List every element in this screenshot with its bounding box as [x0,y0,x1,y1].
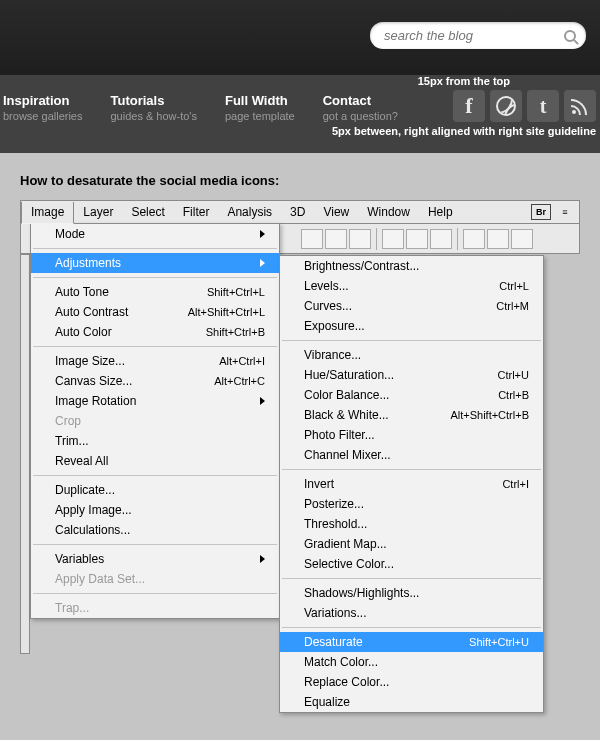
menu-item-label: Apply Data Set... [55,572,265,586]
nav-title: Inspiration [3,93,82,108]
menu-item-shortcut: Shift+Ctrl+L [207,286,265,298]
menu-item-shortcut: Ctrl+U [498,369,529,381]
menu-separator [282,340,541,341]
menu-item[interactable]: Auto ContrastAlt+Shift+Ctrl+L [31,302,279,322]
nav-title: Tutorials [110,93,196,108]
menu-item-shortcut: Ctrl+L [499,280,529,292]
menu-item[interactable]: Auto ToneShift+Ctrl+L [31,282,279,302]
nav-full-width[interactable]: Full Width page template [225,93,295,122]
menu-item[interactable]: Gradient Map... [280,534,543,554]
distribute-icon[interactable] [511,229,533,249]
align-icon[interactable] [325,229,347,249]
facebook-icon[interactable]: f [453,90,485,122]
menubar-filter[interactable]: Filter [174,201,219,223]
menu-item[interactable]: Variations... [280,603,543,623]
menu-item[interactable]: Replace Color... [280,672,543,692]
menu-item[interactable]: Mode [31,224,279,244]
menu-item-label: Posterize... [304,497,529,511]
menu-item[interactable]: Auto ColorShift+Ctrl+B [31,322,279,342]
menu-item-label: Invert [304,477,502,491]
menubar-label: Filter [183,205,210,219]
menubar-help[interactable]: Help [419,201,462,223]
menu-item-shortcut: Alt+Shift+Ctrl+L [188,306,265,318]
menu-item[interactable]: Selective Color... [280,554,543,574]
menu-item[interactable]: Apply Image... [31,500,279,520]
menu-separator [282,578,541,579]
left-panel-sliver [20,254,30,654]
social-icons: f t [332,87,596,125]
menu-item-label: Brightness/Contrast... [304,259,529,273]
distribute-icon[interactable] [463,229,485,249]
menubar-select[interactable]: Select [122,201,173,223]
menu-item[interactable]: Variables [31,549,279,569]
bridge-icon[interactable]: Br [531,204,551,220]
menu-item[interactable]: Hue/Saturation...Ctrl+U [280,365,543,385]
menu-item-label: Equalize [304,695,529,709]
menu-item-label: Trap... [55,601,265,615]
menubar-view[interactable]: View [314,201,358,223]
menu-item[interactable]: Curves...Ctrl+M [280,296,543,316]
menu-item[interactable]: Canvas Size...Alt+Ctrl+C [31,371,279,391]
search-input[interactable] [382,27,564,44]
menu-item[interactable]: Trim... [31,431,279,451]
menu-extra-icon[interactable]: ≡ [559,204,571,220]
menu-item[interactable]: Threshold... [280,514,543,534]
menu-item-label: Image Rotation [55,394,254,408]
menu-item[interactable]: Calculations... [31,520,279,540]
nav-inspiration[interactable]: Inspiration browse galleries [3,93,82,122]
menu-item[interactable]: Duplicate... [31,480,279,500]
menu-item[interactable]: Photo Filter... [280,425,543,445]
menu-separator [33,593,277,594]
align-icon[interactable] [430,229,452,249]
menu-item-label: Hue/Saturation... [304,368,498,382]
menu-item[interactable]: Image Size...Alt+Ctrl+I [31,351,279,371]
menu-item[interactable]: Reveal All [31,451,279,471]
menu-item[interactable]: InvertCtrl+I [280,474,543,494]
menubar-image[interactable]: Image [21,202,74,224]
menu-item-label: Desaturate [304,635,469,649]
distribute-icon[interactable] [487,229,509,249]
menu-item[interactable]: Adjustments [31,253,279,273]
menu-item[interactable]: Brightness/Contrast... [280,256,543,276]
menu-item-label: Calculations... [55,523,265,537]
submenu-arrow-icon [260,555,265,563]
menu-item-label: Color Balance... [304,388,498,402]
rss-icon[interactable] [564,90,596,122]
site-nav: Inspiration browse galleries Tutorials g… [0,75,600,153]
menu-item[interactable]: Match Color... [280,652,543,672]
menu-item[interactable]: Shadows/Highlights... [280,583,543,603]
menubar-3d[interactable]: 3D [281,201,314,223]
nav-tutorials[interactable]: Tutorials guides & how-to's [110,93,196,122]
divider [457,228,458,250]
submenu-arrow-icon [260,259,265,267]
menubar-window[interactable]: Window [358,201,419,223]
menu-item[interactable]: Vibrance... [280,345,543,365]
menu-item-label: Canvas Size... [55,374,214,388]
menu-separator [282,627,541,628]
menu-item[interactable]: Posterize... [280,494,543,514]
align-icon[interactable] [301,229,323,249]
menubar-label: Select [131,205,164,219]
image-menu: ModeAdjustmentsAuto ToneShift+Ctrl+LAuto… [30,223,280,619]
search-box[interactable] [370,22,586,49]
menu-item[interactable]: Equalize [280,692,543,712]
menu-item[interactable]: Channel Mixer... [280,445,543,465]
menu-item-label: Threshold... [304,517,529,531]
twitter-icon[interactable]: t [527,90,559,122]
submenu-arrow-icon [260,230,265,238]
dribbble-icon[interactable] [490,90,522,122]
menu-item[interactable]: Exposure... [280,316,543,336]
menu-item[interactable]: Color Balance...Ctrl+B [280,385,543,405]
menu-item: Trap... [31,598,279,618]
menu-item[interactable]: Black & White...Alt+Shift+Ctrl+B [280,405,543,425]
menu-item-label: Replace Color... [304,675,529,689]
align-icon[interactable] [349,229,371,249]
menu-item[interactable]: DesaturateShift+Ctrl+U [280,632,543,652]
align-icon[interactable] [382,229,404,249]
menubar-analysis[interactable]: Analysis [218,201,281,223]
menu-item[interactable]: Levels...Ctrl+L [280,276,543,296]
menu-item[interactable]: Image Rotation [31,391,279,411]
align-icon[interactable] [406,229,428,249]
menubar-layer[interactable]: Layer [74,201,122,223]
menu-item-label: Selective Color... [304,557,529,571]
